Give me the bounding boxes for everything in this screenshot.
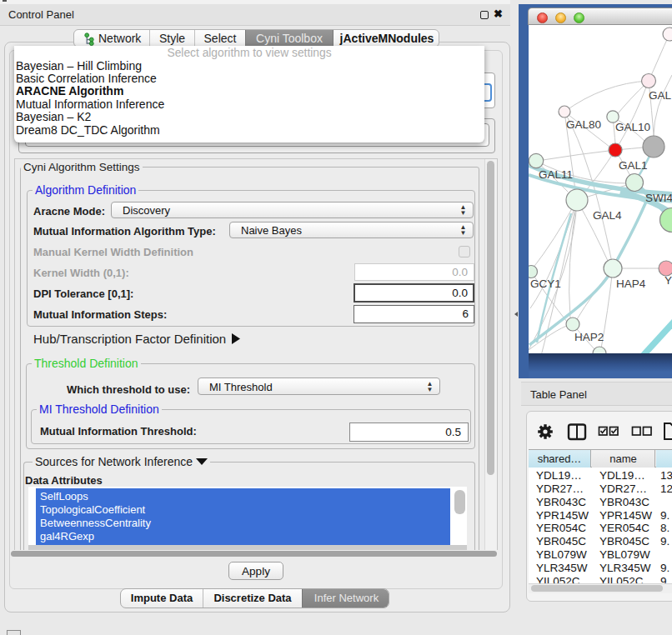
- svg-text:GAL10: GAL10: [615, 121, 650, 133]
- svg-text:GAL: GAL: [649, 89, 672, 102]
- svg-text:GCY1: GCY1: [530, 278, 561, 290]
- svg-text:SWI4: SWI4: [645, 192, 672, 204]
- svg-text:Y: Y: [664, 274, 672, 287]
- svg-text:GAL4: GAL4: [593, 209, 622, 222]
- svg-text:GAL80: GAL80: [566, 118, 601, 131]
- svg-text:GAL1: GAL1: [619, 159, 648, 172]
- svg-text:HAP4: HAP4: [616, 278, 646, 290]
- svg-text:GAL11: GAL11: [539, 168, 573, 181]
- svg-text:HAP2: HAP2: [574, 331, 604, 343]
